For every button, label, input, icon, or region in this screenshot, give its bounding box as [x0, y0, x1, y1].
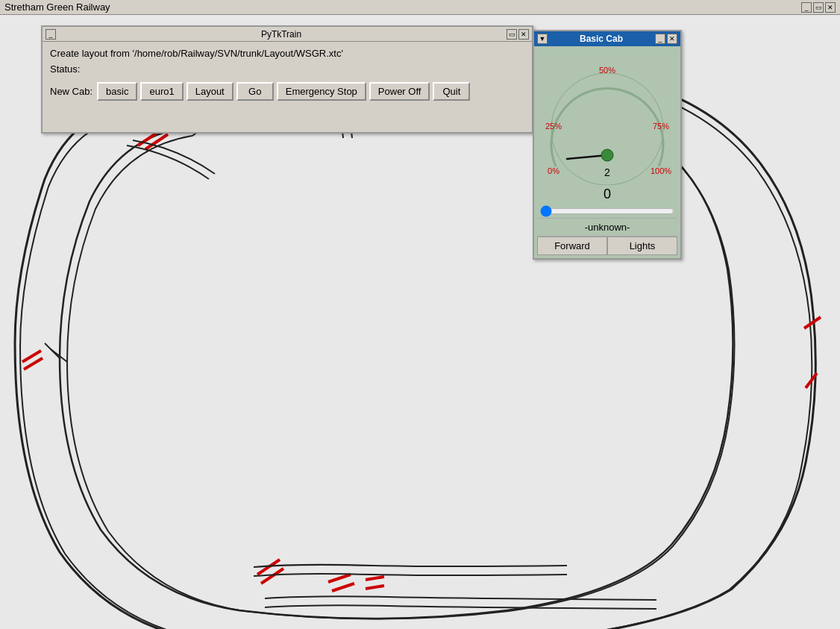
- main-window-title-label: PyTkTrain: [56, 29, 507, 40]
- main-close-btn[interactable]: ✕: [518, 29, 529, 40]
- main-window: _ PyTkTrain ▭ ✕ Create layout from '/hom…: [41, 25, 533, 134]
- svg-text:0%: 0%: [548, 166, 560, 175]
- power-off-button[interactable]: Power Off: [369, 82, 430, 101]
- main-window-right-controls: ▭ ✕: [507, 29, 529, 40]
- layout-button[interactable]: Layout: [187, 82, 233, 101]
- main-content: Create layout from '/home/rob/Railway/SV…: [43, 42, 532, 107]
- svg-point-19: [601, 149, 613, 161]
- svg-line-7: [328, 575, 351, 582]
- cab-body: 50% 25% 75% 0% 100% 2 0 -unknown- Forw: [534, 46, 680, 258]
- info-text: Create layout from '/home/rob/Railway/SV…: [50, 48, 524, 59]
- cab-window: ▼ Basic Cab _ ✕ 50% 25% 75% 0% 100%: [533, 30, 682, 260]
- cab-window-right-controls: _ ✕: [655, 34, 677, 44]
- cab-buttons: Forward Lights: [537, 236, 677, 255]
- cab-close-btn[interactable]: ✕: [667, 34, 677, 44]
- speedometer-svg: 50% 25% 75% 0% 100% 2: [537, 51, 677, 185]
- toolbar: New Cab: basic euro1 Layout Go Emergency…: [50, 82, 524, 101]
- main-minimize-btn[interactable]: _: [46, 29, 56, 40]
- cab-window-titlebar: ▼ Basic Cab _ ✕: [534, 31, 680, 46]
- svg-line-9: [366, 577, 384, 580]
- svg-text:75%: 75%: [653, 122, 669, 131]
- cab-minimize-btn[interactable]: _: [655, 34, 665, 44]
- main-window-title-controls: _: [46, 29, 56, 40]
- maximize-btn[interactable]: ▭: [813, 2, 824, 13]
- close-btn[interactable]: ✕: [825, 2, 836, 13]
- status-label: Status:: [50, 63, 524, 75]
- cab-status: -unknown-: [537, 218, 677, 236]
- main-maximize-btn[interactable]: ▭: [507, 29, 517, 40]
- lights-button[interactable]: Lights: [607, 237, 677, 255]
- svg-line-10: [366, 586, 384, 589]
- cab-track-value: 0: [537, 187, 677, 202]
- svg-text:100%: 100%: [651, 166, 671, 175]
- cab-window-title-label: Basic Cab: [548, 34, 655, 44]
- app-title-bar: Stretham Green Railway _ ▭ ✕: [0, 0, 840, 15]
- svg-line-8: [332, 583, 354, 591]
- svg-text:2: 2: [604, 166, 610, 178]
- app-title: Stretham Green Railway: [4, 1, 110, 13]
- cab-window-left-controls: ▼: [537, 34, 548, 44]
- speedometer: 50% 25% 75% 0% 100% 2: [537, 51, 677, 185]
- cab-slider-row: [537, 204, 677, 218]
- cab-menu-btn[interactable]: ▼: [537, 34, 548, 44]
- quit-button[interactable]: Quit: [433, 82, 470, 101]
- svg-text:25%: 25%: [545, 122, 562, 131]
- emergency-stop-button[interactable]: Emergency Stop: [277, 82, 366, 101]
- forward-button[interactable]: Forward: [537, 237, 607, 255]
- main-window-titlebar: _ PyTkTrain ▭ ✕: [43, 27, 532, 42]
- svg-text:50%: 50%: [599, 66, 615, 75]
- title-bar-controls: _ ▭ ✕: [801, 2, 836, 13]
- basic-cab-button[interactable]: basic: [97, 82, 137, 101]
- euro1-cab-button[interactable]: euro1: [140, 82, 183, 101]
- minimize-btn[interactable]: _: [801, 2, 812, 13]
- go-button[interactable]: Go: [236, 82, 274, 101]
- svg-line-11: [804, 317, 821, 328]
- new-cab-label: New Cab:: [50, 86, 93, 97]
- speed-slider[interactable]: [540, 208, 674, 214]
